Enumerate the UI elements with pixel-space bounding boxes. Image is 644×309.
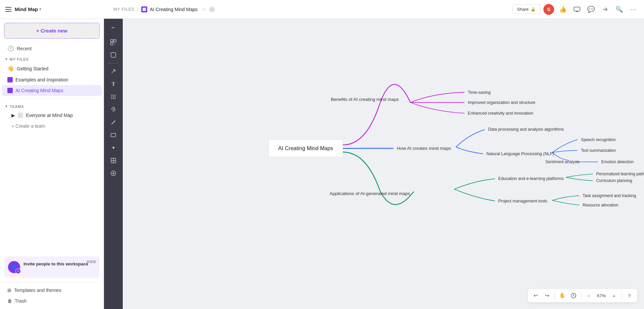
- create-team-button[interactable]: + Create a team: [2, 121, 102, 131]
- teams-header[interactable]: ▾ TEAMS: [0, 102, 104, 110]
- help-button[interactable]: ?: [625, 291, 634, 300]
- sidebar-recent[interactable]: 🕐 Recent: [2, 43, 102, 54]
- hide-invite-button[interactable]: HIDE: [87, 260, 96, 264]
- svg-rect-19: [111, 133, 116, 137]
- invite-text: Invite people to this workspace: [23, 261, 88, 267]
- svg-point-16: [111, 98, 112, 99]
- back-button[interactable]: ←: [107, 21, 120, 34]
- chevron-right-icon: ▶: [11, 113, 15, 118]
- svg-rect-0: [143, 8, 146, 11]
- sidebar-item-examples[interactable]: Examples and Inspiration: [2, 74, 102, 85]
- controls-separator-2: [581, 292, 581, 299]
- svg-text:Applications of AI-generated m: Applications of AI-generated mind maps: [330, 191, 410, 196]
- pen-tool[interactable]: [107, 116, 120, 128]
- history-button[interactable]: [569, 291, 578, 300]
- select-tool[interactable]: [107, 36, 120, 48]
- pan-button[interactable]: ✋: [557, 291, 567, 300]
- svg-text:Benefits of AI creating mind m: Benefits of AI creating mind maps: [331, 97, 398, 102]
- verified-icon: [209, 7, 215, 12]
- tool-panel: ← T ✦: [104, 19, 123, 309]
- table-tool[interactable]: [107, 154, 120, 167]
- canvas-controls: ↩ ↪ ✋ − 67% + ?: [528, 289, 637, 302]
- topbar-right: Share 🔒 S 👍 💬 🔍 ⋯: [513, 4, 639, 15]
- rectangle-tool[interactable]: [107, 129, 120, 141]
- topbar-left: Mind Map ▾: [5, 6, 109, 12]
- zoom-out-button[interactable]: −: [584, 291, 593, 300]
- arrow-tool[interactable]: [107, 65, 120, 77]
- comments-button[interactable]: 💬: [586, 4, 596, 15]
- tool-divider-1: [108, 63, 118, 63]
- redo-button[interactable]: ↪: [542, 291, 552, 300]
- team-icon: [18, 113, 23, 118]
- svg-point-11: [113, 95, 114, 96]
- share-button[interactable]: Share 🔒: [513, 4, 540, 14]
- main-area: + Create new 🕐 Recent ▾ MY FILES 👋 Getti…: [0, 19, 644, 309]
- examples-icon: [7, 77, 13, 82]
- breadcrumb-title: AI Creating Mind Maps: [150, 7, 198, 12]
- undo-button[interactable]: ↩: [531, 291, 540, 300]
- svg-text:Sentiment analysis: Sentiment analysis: [545, 160, 579, 164]
- frame-tool[interactable]: [107, 49, 120, 61]
- breadcrumb: MY FILES / AI Creating Mind Maps ☆: [113, 6, 508, 12]
- svg-point-15: [115, 97, 116, 98]
- zoom-in-button[interactable]: +: [609, 291, 619, 300]
- share-arrow-button[interactable]: [600, 4, 610, 15]
- svg-point-13: [111, 97, 112, 98]
- lock-icon: 🔒: [531, 7, 536, 12]
- user-avatar[interactable]: S: [543, 4, 554, 15]
- sidebar-team-everyone[interactable]: ▶ Everyone at Mind Map: [2, 110, 102, 121]
- svg-text:How AI creates mind maps: How AI creates mind maps: [397, 146, 451, 151]
- svg-text:AI Creating Mind Maps: AI Creating Mind Maps: [278, 145, 333, 151]
- trash-icon: 🗑: [7, 298, 12, 304]
- topbar: Mind Map ▾ MY FILES / AI Creating Mind M…: [0, 0, 644, 19]
- sparkle-tool[interactable]: ✦: [107, 142, 120, 154]
- breadcrumb-my-files[interactable]: MY FILES: [113, 7, 135, 12]
- text-tool[interactable]: T: [107, 78, 120, 90]
- wave-icon: 👋: [7, 65, 14, 72]
- canvas[interactable]: AI Creating Mind Maps Benefits of AI cre…: [123, 19, 644, 309]
- svg-rect-6: [111, 40, 113, 42]
- more-options-button[interactable]: ⋯: [628, 4, 639, 15]
- link-tool[interactable]: [107, 104, 120, 116]
- present-button[interactable]: [572, 4, 582, 15]
- chevron-down-icon: ▾: [5, 57, 8, 61]
- sidebar-spacer: [0, 131, 104, 252]
- sidebar-item-ai-mind-maps[interactable]: AI Creating Mind Maps: [2, 85, 102, 96]
- svg-text:Curriculum planning: Curriculum planning: [596, 178, 632, 183]
- create-new-button[interactable]: + Create new: [4, 23, 100, 39]
- svg-text:Task assignment and tracking: Task assignment and tracking: [583, 193, 636, 198]
- ai-mindmap-icon: [7, 88, 13, 93]
- search-button[interactable]: 🔍: [614, 4, 625, 15]
- svg-text:Emotion detection: Emotion detection: [601, 160, 634, 164]
- svg-rect-8: [111, 43, 113, 45]
- sidebar-templates[interactable]: ⊞ Templates and themes: [2, 285, 102, 296]
- mind-map-svg: AI Creating Mind Maps Benefits of AI cre…: [123, 19, 644, 309]
- svg-text:Project management tools: Project management tools: [498, 199, 547, 203]
- add-tool[interactable]: [107, 167, 120, 179]
- svg-text:Education and e-learning platf: Education and e-learning platforms: [498, 176, 564, 181]
- svg-text:Natural Language Processing (N: Natural Language Processing (NLP): [486, 151, 554, 156]
- controls-separator-3: [622, 292, 622, 299]
- sidebar-divider: [5, 99, 98, 99]
- sidebar-trash[interactable]: 🗑 Trash: [2, 296, 102, 306]
- svg-rect-9: [111, 53, 116, 57]
- hamburger-menu[interactable]: [5, 7, 11, 12]
- svg-text:Speech recognition: Speech recognition: [581, 137, 615, 142]
- workspace-name[interactable]: Mind Map ▾: [15, 6, 41, 12]
- sidebar-item-getting-started[interactable]: 👋 Getting Started: [2, 63, 102, 74]
- svg-point-17: [113, 98, 114, 99]
- controls-separator-1: [554, 292, 555, 299]
- svg-point-10: [111, 95, 112, 96]
- thumbs-up-button[interactable]: 👍: [557, 4, 568, 15]
- svg-point-18: [115, 98, 116, 99]
- sidebar-bottom: ⊞ Templates and themes 🗑 Trash: [0, 282, 104, 309]
- star-icon[interactable]: ☆: [202, 7, 206, 12]
- zoom-level: 67%: [595, 293, 607, 298]
- my-files-header[interactable]: ▾ MY FILES: [0, 54, 104, 63]
- chevron-down-icon-teams: ▾: [5, 104, 8, 109]
- invite-avatar: 👤: [8, 261, 20, 273]
- grid-tool[interactable]: [107, 91, 120, 103]
- svg-point-12: [115, 95, 116, 96]
- invite-banner: 👤 Invite people to this workspace HIDE: [4, 256, 100, 278]
- svg-text:Improved organization and stru: Improved organization and structure: [468, 100, 535, 105]
